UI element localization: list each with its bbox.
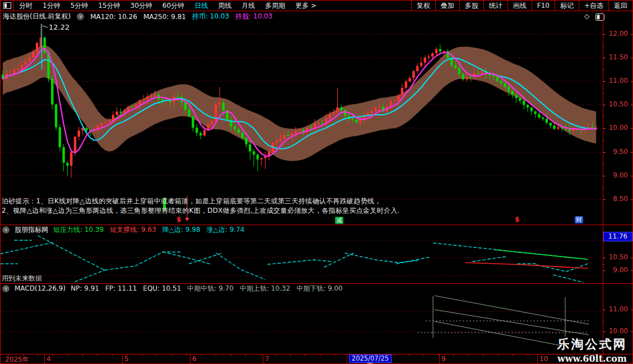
tdx-trading-app: 分时1分钟5分钟15分钟30分钟60分钟日线周线月线多周期更多 > 复权叠加多股… [0, 0, 633, 364]
menu-item-60分钟[interactable]: 60分钟 [157, 1, 189, 11]
macd-panel-chart[interactable] [1, 293, 603, 353]
toolbar-button-叠加[interactable]: 叠加 [435, 1, 459, 11]
main-candlestick-chart[interactable] [1, 22, 603, 225]
date-minor-tick [439, 354, 439, 356]
toolbar-button-标记[interactable]: 标记 [555, 1, 579, 11]
toolbar-button-返回[interactable]: 返回 [608, 1, 632, 11]
date-separator [347, 354, 347, 363]
date-separator [122, 354, 123, 363]
axis-tick [603, 258, 606, 258]
layout-toggle-button[interactable] [1, 1, 14, 11]
date-minor-tick [186, 354, 187, 356]
date-minor-tick [171, 354, 172, 356]
indicator-panel-chart[interactable] [1, 235, 603, 283]
indicator-field: 中期下轨: 9.00 [296, 284, 343, 292]
date-minor-tick [528, 354, 528, 356]
axis-label-9.00: 9.00 [604, 171, 628, 179]
axis-tick [631, 332, 633, 332]
date-minor-tick [8, 354, 8, 356]
diamond-tool-icon[interactable]: ◇ [584, 12, 589, 20]
axis-tick [631, 176, 633, 176]
indicator-field: EQU: 10.51 [143, 284, 181, 292]
axis-minor-tick [603, 46, 604, 46]
menu-item-5分钟[interactable]: 5分钟 [66, 1, 94, 11]
axis-minor-tick [603, 116, 604, 117]
toolbar-button-画线[interactable]: 画线 [508, 1, 532, 11]
date-minor-tick [394, 354, 394, 356]
date-minor-tick [38, 354, 38, 356]
axis-minor-tick [603, 264, 604, 265]
macd-name[interactable]: MACD(12,26,9) [15, 284, 66, 292]
date-minor-tick [423, 354, 424, 356]
menu-item-30分钟[interactable]: 30分钟 [125, 1, 157, 11]
date-minor-tick [216, 354, 216, 356]
menu-item-分时[interactable]: 分时 [14, 1, 38, 11]
date-minor-tick [468, 354, 469, 356]
date-minor-tick [53, 354, 53, 356]
chevron-down-icon[interactable]: ∨ [2, 285, 10, 292]
chart-badge-财: 财 [575, 216, 583, 223]
indicator-field: 短支撑线: 9.63 [110, 226, 156, 234]
date-separator [190, 354, 190, 363]
axis-tick [631, 258, 633, 258]
indicator-axis-highlight: 11.76 [603, 232, 632, 241]
indicator-field: 短压力线: 10.39 [53, 226, 104, 234]
watermark-title: 乐淘公式网 [555, 336, 629, 353]
axis-minor-tick [603, 188, 604, 188]
ma120-value: MA120: 10.26 [90, 13, 137, 21]
axis-tick [631, 34, 633, 35]
date-label-7: 7 [265, 355, 269, 363]
high-price-annotation: 12.22 [49, 23, 69, 31]
indicator-values: 短压力线: 10.39短支撑线: 9.63降△边: 9.98涨△边: 9.74 [53, 225, 250, 235]
axis-label-11.50: 11.50 [604, 53, 628, 61]
macd-panel-header: ∨ MACD(12,26,9) NP: 9.91FP: 11.11EQU: 10… [1, 284, 349, 293]
date-axis-top-border [1, 354, 633, 354]
split-layout-icon [3, 2, 11, 9]
chevron-down-icon[interactable]: ∨ [2, 226, 10, 234]
toolbar-button-多股[interactable]: 多股 [459, 1, 483, 11]
indicator-name[interactable]: 股朋指标网 [15, 225, 48, 235]
date-label-4: 4 [46, 355, 51, 363]
menu-item-日线[interactable]: 日线 [189, 1, 213, 11]
date-minor-tick [542, 354, 543, 356]
chevron-down-icon[interactable]: ∨ [77, 13, 84, 20]
date-minor-tick [156, 354, 157, 356]
axis-label-11.00: 11.00 [604, 305, 628, 313]
future-data-note: 用到未来数据 [2, 274, 42, 283]
axis-tick [631, 310, 633, 310]
chart-badge-$: $ [515, 216, 519, 223]
date-minor-tick [142, 354, 142, 356]
menu-item-多周期[interactable]: 多周期 [260, 1, 290, 11]
chigu-value: 持股: 10.03 [235, 12, 272, 21]
date-minor-tick [290, 354, 291, 356]
indicator-field: 中期上轨: 10.32 [240, 284, 290, 292]
toolbar-button-复权[interactable]: 复权 [411, 1, 435, 11]
watermark: 乐淘公式网 www.60lt.com [555, 336, 629, 364]
date-minor-tick [513, 354, 513, 356]
date-minor-tick [127, 354, 127, 356]
menu-item-1分钟[interactable]: 1分钟 [38, 1, 66, 11]
date-minor-tick [320, 354, 320, 356]
toolbar-button-F10[interactable]: F10 [532, 1, 555, 11]
date-minor-tick [97, 354, 97, 356]
menu-item-15分钟[interactable]: 15分钟 [93, 1, 125, 11]
menu-item-更多 >[interactable]: 更多 > [290, 1, 322, 11]
date-minor-tick [82, 354, 83, 356]
indicator-field: 涨△边: 9.74 [207, 226, 245, 234]
toolbar-button-统计[interactable]: 统计 [483, 1, 508, 11]
date-minor-tick [23, 354, 24, 356]
menu-item-周线[interactable]: 周线 [213, 1, 236, 11]
indicator-field: NP: 9.91 [71, 284, 99, 292]
axis-tick [603, 176, 606, 176]
date-minor-tick [260, 354, 261, 356]
date-label-5: 5 [124, 355, 129, 363]
menu-item-月线[interactable]: 月线 [236, 1, 260, 11]
axis-label-10.50: 10.50 [604, 100, 628, 108]
axis-tick [603, 199, 606, 200]
axis-label-9.00: 9.00 [604, 266, 628, 274]
watermark-url: www.60lt.com [555, 353, 629, 364]
date-minor-tick [409, 354, 409, 356]
axis-minor-tick [603, 69, 604, 70]
toolbar-button-+自选[interactable]: +自选 [579, 1, 608, 11]
axis-label-9.50: 9.50 [604, 148, 628, 156]
